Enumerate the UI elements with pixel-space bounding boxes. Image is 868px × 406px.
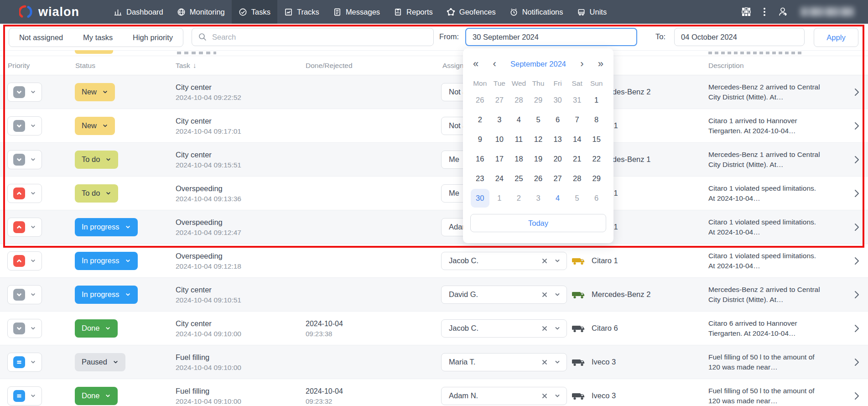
quick-filter-tab[interactable]: Not assigned (19, 33, 63, 42)
apps-grid-icon[interactable] (741, 7, 751, 17)
status-dropdown[interactable]: Done (75, 387, 118, 405)
status-dropdown[interactable]: In progress (75, 252, 138, 270)
calendar-day[interactable]: 15 (587, 130, 606, 149)
header-priority[interactable]: Priority (0, 62, 68, 70)
calendar-day[interactable]: 11 (509, 130, 529, 149)
nav-item[interactable]: Geofences (440, 0, 503, 24)
assignee-dropdown[interactable]: Jacob C. (441, 252, 567, 270)
calendar-day[interactable]: 30 (470, 188, 490, 208)
priority-control[interactable] (7, 83, 42, 102)
calendar-day[interactable]: 20 (548, 149, 567, 169)
next-year-button[interactable]: » (598, 59, 603, 69)
calendar-day[interactable]: 28 (509, 90, 529, 110)
row-expand-chevron[interactable] (854, 189, 859, 198)
calendar-day[interactable]: 2 (509, 188, 529, 208)
nav-item[interactable]: Monitoring (170, 0, 232, 24)
row-expand-chevron[interactable] (854, 223, 859, 231)
assignee-dropdown[interactable]: David G. (441, 286, 567, 304)
calendar-day[interactable]: 26 (470, 90, 490, 110)
username-redacted[interactable] (800, 7, 854, 16)
calendar-day[interactable]: 17 (490, 149, 509, 169)
nav-item[interactable]: Tracks (277, 0, 326, 24)
row-expand-chevron[interactable] (854, 358, 859, 366)
status-dropdown[interactable]: New (75, 117, 115, 135)
status-dropdown[interactable]: To do (75, 184, 118, 203)
row-expand-chevron[interactable] (854, 392, 859, 400)
calendar-day[interactable]: 26 (529, 169, 548, 188)
next-month-button[interactable]: › (580, 59, 583, 69)
priority-control[interactable] (7, 319, 42, 338)
apply-button[interactable]: Apply (814, 28, 858, 47)
calendar-day[interactable]: 4 (548, 188, 567, 208)
calendar-day[interactable]: 30 (548, 90, 567, 110)
calendar-day[interactable]: 13 (548, 130, 567, 149)
calendar-day[interactable]: 29 (587, 169, 606, 188)
priority-control[interactable] (7, 386, 42, 406)
priority-control[interactable] (7, 150, 42, 169)
status-dropdown[interactable]: Done (75, 319, 118, 338)
clear-x-icon[interactable] (541, 325, 548, 332)
calendar-day[interactable]: 27 (548, 169, 567, 188)
status-dropdown[interactable]: In progress (75, 218, 138, 236)
nav-item[interactable]: Reports (387, 0, 440, 24)
chevron-down-icon[interactable] (554, 393, 561, 399)
to-date-input[interactable] (674, 28, 805, 46)
clear-x-icon[interactable] (541, 291, 548, 298)
calendar-day[interactable]: 1 (490, 188, 509, 208)
calendar-day[interactable]: 12 (529, 130, 548, 149)
chevron-down-icon[interactable] (554, 325, 561, 332)
row-expand-chevron[interactable] (854, 324, 859, 333)
nav-item[interactable]: Messages (326, 0, 387, 24)
search-input[interactable] (211, 32, 427, 42)
status-dropdown[interactable]: Paused (75, 353, 125, 371)
row-expand-chevron[interactable] (854, 257, 859, 265)
prev-year-button[interactable]: « (473, 59, 478, 69)
kebab-menu-icon[interactable] (763, 7, 766, 17)
calendar-day[interactable]: 3 (529, 188, 548, 208)
priority-control[interactable] (7, 353, 42, 372)
calendar-day[interactable]: 5 (567, 188, 587, 208)
calendar-day[interactable]: 6 (548, 110, 567, 130)
calendar-day[interactable]: 14 (567, 130, 587, 149)
calendar-day[interactable]: 8 (587, 110, 606, 130)
today-button[interactable]: Today (470, 214, 606, 232)
user-icon[interactable] (778, 6, 789, 17)
priority-control[interactable] (7, 251, 42, 271)
clear-x-icon[interactable] (541, 393, 548, 399)
calendar-day[interactable]: 21 (567, 149, 587, 169)
calendar-day[interactable]: 2 (470, 110, 490, 130)
calendar-day[interactable]: 6 (587, 188, 606, 208)
assignee-dropdown[interactable]: Adam N. (441, 387, 567, 405)
calendar-day[interactable]: 3 (490, 110, 509, 130)
from-date-input[interactable] (465, 28, 637, 46)
calendar-day[interactable]: 27 (490, 90, 509, 110)
nav-item[interactable]: Dashboard (107, 0, 170, 24)
calendar-day[interactable]: 7 (567, 110, 587, 130)
calendar-day[interactable]: 4 (509, 110, 529, 130)
row-expand-chevron[interactable] (854, 88, 859, 96)
header-task[interactable]: Task↓ (168, 62, 298, 70)
priority-control[interactable] (7, 184, 42, 203)
status-dropdown[interactable]: In progress (75, 286, 138, 304)
unit-name[interactable]: Citaro 6 (592, 324, 618, 333)
calendar-day[interactable]: 23 (470, 169, 490, 188)
calendar-day[interactable]: 28 (567, 169, 587, 188)
nav-item[interactable]: Tasks (232, 0, 277, 24)
month-year-label[interactable]: September 2024 (510, 60, 566, 68)
chevron-down-icon[interactable] (554, 291, 561, 298)
status-dropdown[interactable]: New (75, 83, 115, 101)
priority-control[interactable] (7, 116, 42, 135)
calendar-day[interactable]: 25 (509, 169, 529, 188)
calendar-day[interactable]: 18 (509, 149, 529, 169)
calendar-day[interactable]: 16 (470, 149, 490, 169)
calendar-day[interactable]: 1 (587, 90, 606, 110)
calendar-day[interactable]: 22 (587, 149, 606, 169)
clear-x-icon[interactable] (541, 258, 548, 264)
calendar-day[interactable]: 10 (490, 130, 509, 149)
clear-x-icon[interactable] (541, 359, 548, 365)
unit-name[interactable]: Iveco 3 (592, 358, 616, 366)
row-expand-chevron[interactable] (854, 156, 859, 164)
status-dropdown[interactable]: To do (75, 151, 118, 169)
nav-item[interactable]: Notifications (503, 0, 570, 24)
header-status[interactable]: Status (68, 62, 168, 70)
